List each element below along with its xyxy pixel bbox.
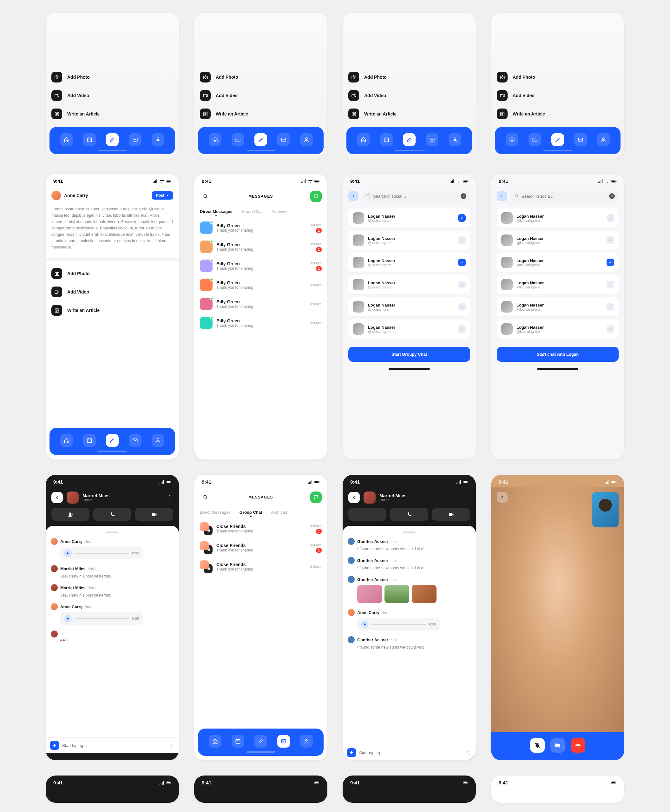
nav-home[interactable] — [357, 133, 370, 146]
nav-calendar[interactable] — [380, 133, 393, 146]
voice-message[interactable]: 0:06 — [60, 547, 143, 560]
nav-profile[interactable] — [597, 133, 610, 146]
voice-call-button[interactable] — [93, 508, 131, 521]
mute-button[interactable] — [530, 738, 545, 753]
contact-item[interactable]: Logan Nasser@louisaingram — [497, 231, 619, 250]
nav-mail[interactable] — [129, 133, 142, 146]
contact-item[interactable]: Logan Nasser@louisaingram — [497, 297, 619, 316]
emoji-button[interactable]: ☺ — [466, 749, 471, 756]
search-box[interactable] — [511, 191, 619, 201]
add-photo-item[interactable]: Add Photo — [200, 68, 321, 86]
chat-avatar[interactable] — [364, 492, 376, 504]
add-video-item[interactable]: Add Video — [497, 86, 619, 105]
voice-call-button[interactable] — [390, 508, 428, 521]
contact-item[interactable]: Logan Nasser@louisaingram — [349, 320, 470, 338]
checkbox[interactable] — [607, 325, 614, 333]
contact-item[interactable]: Logan Nasser@louisaingram — [349, 275, 470, 294]
nav-calendar[interactable] — [232, 735, 244, 748]
voice-message[interactable]: 0:06 — [60, 612, 143, 625]
contact-item[interactable]: Logan Nasser@louisaingram — [497, 208, 619, 228]
write-article-item[interactable]: Write an Article — [51, 301, 173, 320]
nav-home[interactable] — [209, 133, 222, 146]
nav-mail[interactable] — [426, 133, 438, 146]
nav-mail[interactable] — [277, 735, 290, 748]
nav-profile[interactable] — [152, 434, 164, 447]
nav-calendar[interactable] — [83, 434, 96, 447]
checkbox[interactable] — [458, 259, 466, 266]
back-button[interactable] — [497, 492, 508, 502]
contact-item[interactable]: Logan Nasser@louisaingram — [349, 297, 470, 316]
nav-profile[interactable] — [300, 735, 313, 748]
post-button[interactable]: Post — [152, 191, 173, 200]
nav-compose[interactable] — [106, 434, 118, 447]
attach-button[interactable]: + — [347, 748, 356, 757]
message-input[interactable] — [62, 743, 166, 748]
contact-item[interactable]: Logan Nasser@louisaingram — [497, 253, 619, 272]
nav-home[interactable] — [60, 434, 73, 447]
tab-direct[interactable]: Direct Messages — [200, 510, 231, 515]
post-body[interactable]: Lorem ipsum dolor sit amet, consectetur … — [46, 203, 179, 258]
contact-item[interactable]: Logan Nasser@louisaingram — [349, 253, 470, 272]
add-photo-item[interactable]: Add Photo — [497, 68, 619, 86]
add-user-button[interactable] — [51, 508, 90, 521]
new-message-button[interactable] — [310, 492, 321, 503]
play-icon[interactable] — [64, 615, 72, 622]
message-item[interactable]: Billy GreenThank you for sharing 3:03pm — [200, 294, 321, 313]
add-photo-item[interactable]: Add Photo — [51, 264, 173, 283]
write-article-item[interactable]: Write an Article — [51, 105, 173, 123]
message-item[interactable]: Billy GreenThank you for sharing 3:03pm — [200, 276, 321, 294]
search-button[interactable] — [200, 191, 211, 202]
checkbox[interactable] — [607, 259, 614, 266]
message-item[interactable]: Billy GreenThank you for sharing 3:03pm1 — [200, 237, 321, 256]
write-article-item[interactable]: Write an Article — [349, 105, 470, 123]
tab-archived[interactable]: Archived — [271, 510, 287, 515]
group-message-item[interactable]: +9 Close FriendsThank you for sharing 3:… — [200, 519, 321, 538]
nav-mail[interactable] — [574, 133, 587, 146]
checkbox[interactable] — [458, 303, 466, 311]
nav-compose[interactable] — [254, 133, 267, 146]
back-button[interactable] — [349, 191, 359, 201]
contact-item[interactable]: Logan Nasser@louisaingram — [497, 320, 619, 338]
tab-direct[interactable]: Direct Messages — [200, 209, 233, 214]
nav-compose[interactable] — [403, 133, 416, 146]
search-box[interactable] — [362, 191, 470, 201]
nav-profile[interactable] — [300, 133, 313, 146]
group-message-item[interactable]: +9 Close FriendsThank you for sharing 3:… — [200, 557, 321, 576]
nav-calendar[interactable] — [232, 133, 244, 146]
add-video-item[interactable]: Add Video — [200, 86, 321, 105]
more-button[interactable]: ⋮ — [349, 508, 386, 521]
add-photo-item[interactable]: Add Photo — [51, 68, 173, 86]
start-chat-button[interactable]: Start chat with Logan — [497, 347, 619, 362]
checkbox[interactable] — [607, 303, 614, 311]
nav-mail[interactable] — [277, 133, 290, 146]
group-message-item[interactable]: +9 Close FriendsThank you for sharing 3:… — [200, 538, 321, 557]
video-call-button[interactable] — [432, 508, 470, 521]
play-icon[interactable] — [64, 549, 72, 557]
play-icon[interactable] — [361, 620, 369, 628]
nav-home[interactable] — [60, 133, 73, 146]
chat-avatar[interactable] — [67, 492, 79, 504]
message-item[interactable]: Billy GreenThank you for sharing 3:03pm — [200, 313, 321, 333]
contact-item[interactable]: Logan Nasser@louisaingram — [349, 231, 470, 250]
back-button[interactable] — [497, 191, 507, 201]
add-photo-item[interactable]: Add Photo — [349, 68, 470, 86]
checkbox[interactable] — [458, 281, 466, 288]
contact-item[interactable]: Logan Nasser@louisaingram — [497, 275, 619, 294]
add-video-item[interactable]: Add Video — [51, 283, 173, 301]
tab-group[interactable]: Group Chat — [242, 209, 263, 214]
hangup-button[interactable] — [571, 738, 585, 753]
nav-compose[interactable] — [106, 133, 118, 146]
emoji-button[interactable]: ☺ — [169, 742, 174, 749]
camera-off-button[interactable] — [550, 738, 565, 753]
start-group-chat-button[interactable]: Start Groupy Chat — [349, 347, 470, 362]
tab-group[interactable]: Group Chat — [240, 510, 262, 515]
voice-message[interactable]: 0:06 — [357, 618, 440, 631]
nav-calendar[interactable] — [528, 133, 541, 146]
attach-button[interactable]: + — [50, 741, 59, 750]
nav-home[interactable] — [506, 133, 518, 146]
message-item[interactable]: Billy GreenThank you for sharing 3:03pm1 — [200, 256, 321, 276]
clear-button[interactable] — [609, 193, 615, 199]
back-button[interactable] — [51, 492, 63, 503]
new-message-button[interactable] — [310, 191, 321, 202]
nav-calendar[interactable] — [83, 133, 96, 146]
